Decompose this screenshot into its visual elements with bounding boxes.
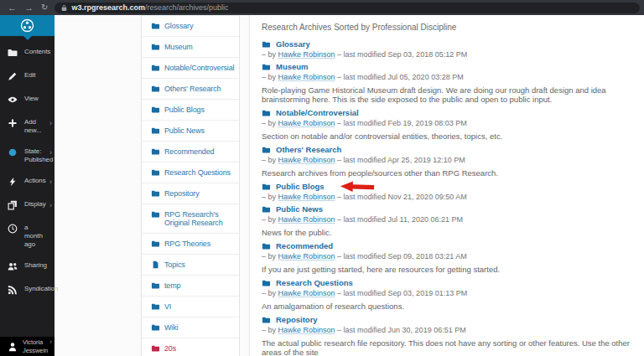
nav-item-label: Wiki: [164, 323, 178, 332]
nav-item[interactable]: Glossary: [142, 16, 239, 37]
item-byline: – by Hawke Robinson – last modified Jun …: [262, 326, 636, 335]
item-link[interactable]: Glossary: [276, 39, 310, 49]
nav-item[interactable]: RPG Theories: [142, 234, 239, 255]
item-link[interactable]: Museum: [276, 62, 309, 71]
toolbar-item[interactable]: State: Published ›: [0, 147, 55, 164]
toolbar-item[interactable]: Edit: [0, 71, 55, 82]
nav-item[interactable]: 20s: [142, 338, 239, 356]
rss-icon: [8, 285, 18, 296]
chevron-right-icon: ›: [49, 147, 52, 157]
author-link[interactable]: Hawke Robinson: [278, 119, 335, 127]
byline-prefix: – by: [262, 289, 278, 297]
nav-item[interactable]: Public Blogs: [142, 100, 239, 121]
item-description: The actual public research file reposito…: [262, 338, 636, 356]
url-domain: w3.rpgresearch.com: [71, 3, 145, 12]
navigation-portlet: Glossary Museum Notable/Controversial Ot…: [141, 15, 240, 356]
byline-mid: – last modified: [335, 73, 388, 81]
author-link[interactable]: Hawke Robinson: [278, 326, 335, 334]
nav-item[interactable]: Research Questions: [142, 163, 239, 183]
plone-logo-button[interactable]: [0, 15, 55, 36]
folder-listing-item: Recommended – by Hawke Robinson – last m…: [262, 240, 636, 274]
forward-icon[interactable]: →: [24, 0, 34, 15]
toolbar-item-label: Syndication: [24, 285, 58, 293]
toolbar-item-label: Display: [24, 200, 46, 209]
item-link[interactable]: Public News: [276, 204, 323, 214]
item-link[interactable]: Repository: [276, 315, 318, 324]
folder-icon: [262, 205, 271, 214]
nav-item[interactable]: Recommended: [142, 142, 239, 163]
toolbar-item-label: Contents: [24, 48, 50, 56]
nav-item[interactable]: Public News: [142, 121, 239, 142]
folder-icon: [151, 168, 160, 177]
item-byline: – by Hawke Robinson – last modified Apr …: [262, 156, 636, 165]
toolbar-item[interactable]: Syndication: [0, 285, 55, 296]
nav-item[interactable]: Others' Research: [142, 79, 239, 100]
folder-icon: [262, 40, 271, 49]
toolbar-item[interactable]: View: [0, 95, 55, 106]
nav-item[interactable]: Wiki: [142, 317, 239, 338]
page-body: Contents Edit View Add new... › State: [0, 15, 644, 356]
author-link[interactable]: Hawke Robinson: [278, 252, 335, 261]
back-icon[interactable]: ←: [8, 0, 17, 15]
toolbar-item[interactable]: Display ›: [0, 200, 55, 211]
folder-icon: [151, 64, 160, 72]
item-link[interactable]: Others' Research: [276, 145, 341, 154]
nav-item[interactable]: temp: [142, 276, 239, 297]
nav-item[interactable]: VI: [142, 297, 239, 317]
folder-listing-item: Museum – by Hawke Robinson – last modifi…: [262, 61, 636, 104]
author-link[interactable]: Hawke Robinson: [278, 156, 335, 164]
toolbar-item[interactable]: Contents: [0, 48, 55, 59]
folder-icon: [151, 126, 160, 135]
item-byline: – by Hawke Robinson – last modified Sep …: [262, 289, 636, 298]
nav-item[interactable]: RPG Research's Original Research: [142, 204, 239, 234]
folder-listing-item: Others' Research – by Hawke Robinson – l…: [262, 144, 636, 178]
item-heading: Others' Research: [262, 144, 636, 155]
author-link[interactable]: Hawke Robinson: [278, 215, 335, 224]
folder-listing-item: Public Blogs – by Hawke Robinson – last …: [262, 181, 636, 202]
item-description: If you are just getting started, here ar…: [262, 265, 636, 274]
item-byline: – by Hawke Robinson – last modified Nov …: [262, 193, 636, 202]
folder-icon: [8, 48, 18, 59]
nav-item-label: 20s: [164, 344, 176, 353]
modified-date: Jun 30, 2019 06:51 PM: [388, 326, 466, 334]
author-link[interactable]: Hawke Robinson: [278, 193, 335, 201]
nav-item[interactable]: Museum: [142, 37, 239, 58]
byline-prefix: – by: [262, 252, 278, 261]
nav-item[interactable]: Topics: [142, 255, 239, 276]
item-link[interactable]: Recommended: [276, 241, 333, 250]
byline-prefix: – by: [262, 156, 278, 164]
folder-listing-item: Glossary – by Hawke Robinson – last modi…: [262, 39, 636, 59]
byline-prefix: – by: [262, 215, 278, 224]
toolbar-item[interactable]: a month ago: [0, 224, 55, 249]
author-link[interactable]: Hawke Robinson: [278, 289, 335, 297]
nav-item[interactable]: Notable/Controversial: [142, 58, 239, 79]
nav-item-label: Museum: [164, 43, 193, 51]
folder-icon: [262, 316, 271, 324]
plone-toolbar: Contents Edit View Add new... › State: [0, 15, 55, 356]
author-link[interactable]: Hawke Robinson: [278, 50, 335, 59]
folder-icon: [262, 242, 271, 250]
author-link[interactable]: Hawke Robinson: [278, 73, 335, 81]
folder-icon: [262, 183, 271, 191]
nav-item-label: Topics: [164, 261, 185, 269]
modified-date: Apr 25, 2019 12:10 PM: [387, 156, 465, 164]
lock-icon: [61, 4, 67, 12]
toolbar-item[interactable]: Add new... ›: [0, 118, 55, 135]
byline-mid: – last modified: [335, 193, 388, 201]
byline-prefix: – by: [262, 193, 278, 201]
toolbar-item[interactable]: Actions ›: [0, 177, 55, 188]
byline-mid: – last modified: [335, 156, 388, 164]
nav-item[interactable]: Repository: [142, 183, 239, 204]
toolbar-item-label: Sharing: [24, 261, 47, 270]
item-byline: – by Hawke Robinson – last modified Sep …: [262, 252, 636, 261]
chevron-right-icon: ›: [49, 337, 52, 347]
reload-icon[interactable]: ↻: [41, 0, 48, 15]
item-description: Section on notable and/or controversial …: [262, 132, 636, 141]
item-link[interactable]: Public Blogs: [276, 182, 325, 191]
address-bar[interactable]: w3.rpgresearch.com/research/archives/pub…: [55, 3, 640, 13]
toolbar-item[interactable]: Sharing: [0, 261, 55, 272]
item-link[interactable]: Research Questions: [276, 278, 353, 287]
item-link[interactable]: Notable/Controversial: [276, 108, 359, 117]
user-menu[interactable]: Victoria Jesswein ›: [0, 337, 55, 356]
toolbar-item-label: View: [24, 95, 39, 103]
